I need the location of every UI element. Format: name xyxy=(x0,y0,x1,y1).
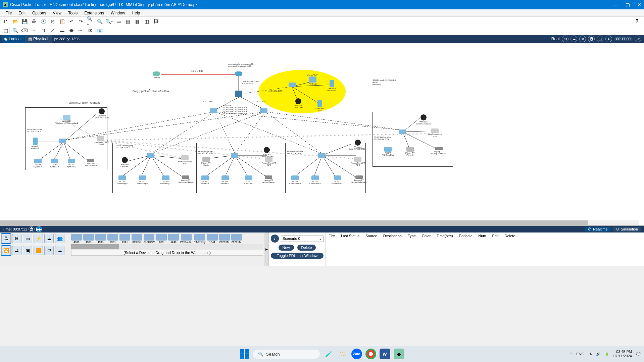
tray-clock[interactable]: 03:45 PM 07/11/2024 xyxy=(613,350,632,358)
expand-panel-button[interactable]: ▶ xyxy=(264,232,268,266)
open-file-icon[interactable]: 📂 xyxy=(11,18,19,25)
menu-window[interactable]: Window xyxy=(107,10,129,16)
freeform-tool-icon[interactable]: 〰 xyxy=(77,27,85,34)
env-icon[interactable]: 🌡 xyxy=(605,36,612,42)
device-pc-gd[interactable]: PC-PT PC-GiamDoc xyxy=(382,147,394,156)
device-pc-kd-b[interactable]: PC-PT Kinhdoanh-B xyxy=(309,175,321,185)
device-cam-mkt[interactable]: Webcam CAM-MKT xyxy=(120,157,130,167)
tray-chevron-icon[interactable]: ⌃ xyxy=(569,352,572,356)
order-front-icon[interactable]: ▥ xyxy=(143,18,150,25)
device-sw-mkt[interactable] xyxy=(147,153,154,158)
logical-tab[interactable]: ◉ Logical xyxy=(1,35,25,43)
resize-tool-icon[interactable]: ↔ xyxy=(30,27,38,34)
device-pc-kd-c[interactable]: PC-PT Kinhdoanh-C xyxy=(332,175,343,185)
toggle-pdu-list-button[interactable]: Toggle PDU List Window xyxy=(271,253,324,259)
move-icon[interactable]: ✥ xyxy=(579,36,586,42)
model-1941[interactable]: 1941 xyxy=(95,234,106,244)
menu-help[interactable]: Help xyxy=(129,10,144,16)
redo-icon[interactable]: ↷ xyxy=(77,18,85,25)
undo-icon[interactable]: ↶ xyxy=(68,18,75,25)
taskbar-explorer-icon[interactable]: 🗂 xyxy=(337,349,348,359)
device-cam-dmz[interactable]: Webcam CAM-DMZ xyxy=(294,98,303,109)
model-2901[interactable]: 2901 xyxy=(107,234,118,244)
menu-options[interactable]: Options xyxy=(29,10,49,16)
device-sw-ketoan[interactable] xyxy=(231,153,238,158)
subcat-switches[interactable]: ⇄ xyxy=(12,246,21,255)
tray-battery-icon[interactable]: 🔋 xyxy=(605,352,609,356)
ellipse-tool-icon[interactable]: ⬬ xyxy=(68,27,75,34)
save-icon[interactable]: 💾 xyxy=(21,18,28,25)
device-pc-kt-c[interactable]: PC-PT Ketoan-C xyxy=(244,175,253,185)
drawing-palette-icon[interactable]: ▭ xyxy=(115,18,122,25)
menu-edit[interactable]: Edit xyxy=(15,10,29,16)
device-internet[interactable]: Internet xyxy=(153,71,160,79)
cat-end-devices[interactable]: 🖥 xyxy=(12,234,21,243)
model-819iox[interactable]: 819IOX xyxy=(132,234,142,244)
taskbar-search[interactable]: 🔍 Search xyxy=(253,350,320,359)
subcat-security[interactable]: 🛡 xyxy=(44,246,54,255)
cat-network-devices[interactable]: 🖧 xyxy=(1,234,11,243)
order-back-icon[interactable]: ▦ xyxy=(134,18,141,25)
col-fire[interactable]: Fire xyxy=(329,234,335,238)
device-cam-kd[interactable]: Webcam CAM-KINHDOANH xyxy=(349,140,366,150)
model-1841[interactable]: 1841 xyxy=(207,234,218,244)
device-pc-kythuat-a[interactable]: PC-PT Kythuat-A xyxy=(34,159,42,168)
subcat-hubs[interactable]: ▣ xyxy=(23,246,32,255)
line-tool-icon[interactable]: ／ xyxy=(49,27,56,34)
device-server-aaa[interactable]: ServerPT AAA/IOT xyxy=(31,138,39,149)
zoom-reset-icon[interactable]: 🔍 xyxy=(96,18,103,25)
device-pc-kythuat-b[interactable]: PC-PT Kythuat-B xyxy=(50,159,59,168)
device-pc-mkt-c[interactable]: PC-PT Marketing-C xyxy=(160,175,171,185)
model-2620xm[interactable]: 2620XM xyxy=(219,234,230,244)
menu-tools[interactable]: Tools xyxy=(65,10,81,16)
tray-network-icon[interactable]: 🖧 xyxy=(588,352,592,356)
model-4321[interactable]: 4321 xyxy=(83,234,94,244)
models-scrollbar[interactable] xyxy=(71,244,263,249)
model-4331[interactable]: 4331 xyxy=(71,234,82,244)
device-laptop-kt[interactable]: Laptop-PT Laptop-Ketoan xyxy=(262,175,275,183)
taskbar-zalo-icon[interactable]: Zalo xyxy=(351,349,362,359)
cat-components[interactable]: ▭ xyxy=(23,234,32,243)
bg-icon[interactable]: 🖼 xyxy=(588,36,595,42)
device-cam-kythuat[interactable]: Webcam CAM-KYTHUAT xyxy=(95,108,109,119)
activity-wizard-icon[interactable]: 🕘 xyxy=(40,18,47,25)
zoom-out-icon[interactable]: 🔍- xyxy=(105,18,113,25)
fast-forward-button[interactable]: ▶▶ xyxy=(36,226,42,232)
maximize-button[interactable]: ▢ xyxy=(626,2,630,7)
device-wlc[interactable]: WLC3504 Wireless LAN Controller1 xyxy=(55,115,78,124)
copy-icon[interactable]: ⎘ xyxy=(49,18,56,25)
new-file-icon[interactable]: 🗋 xyxy=(2,18,9,25)
delete-tool-icon[interactable]: ⌫ xyxy=(21,27,28,34)
device-core-sw1[interactable] xyxy=(210,108,217,113)
model-829[interactable]: 829 xyxy=(156,234,167,244)
note-tool-icon[interactable]: 🗒 xyxy=(40,27,47,34)
scenario-delete-button[interactable]: Delete xyxy=(297,245,316,251)
device-laptop-gd[interactable]: Laptop-PT Laptop-GiamDoc xyxy=(431,147,446,155)
device-laptop-mkt[interactable]: Laptop-PT Laptop-Marketing xyxy=(178,175,194,183)
workspace-h-scrollbar[interactable] xyxy=(0,220,639,225)
device-cam-ketoan[interactable]: Webcam CAM-KETOAN xyxy=(260,147,274,157)
tray-notifications-icon[interactable]: 💬 xyxy=(636,352,641,356)
cat-misc[interactable]: ☁ xyxy=(44,234,54,243)
view-icon[interactable]: 🖼 xyxy=(152,18,160,25)
paste-icon[interactable]: 📋 xyxy=(58,18,66,25)
play-toggle-button[interactable]: ⏻ xyxy=(29,226,35,232)
physical-tab[interactable]: ▤ Physical xyxy=(25,35,52,43)
zoom-in-icon[interactable]: 🔍+ xyxy=(87,18,94,25)
cat-connections[interactable]: ⚡ xyxy=(34,234,43,243)
col-type[interactable]: Type xyxy=(408,234,416,238)
col-edit[interactable]: Edit xyxy=(492,234,499,238)
col-destination[interactable]: Destination xyxy=(383,234,402,238)
tray-language[interactable]: ENG xyxy=(576,352,584,356)
col-num[interactable]: Num xyxy=(478,234,486,238)
realtime-tab[interactable]: ⏱Realtime xyxy=(585,227,611,231)
help-icon[interactable]: ? xyxy=(635,18,642,24)
subcat-routers[interactable]: 🔀 xyxy=(1,246,11,255)
root-label[interactable]: Root xyxy=(551,37,560,41)
model-1240[interactable]: 1240 xyxy=(168,234,179,244)
model-819hgw[interactable]: 819HGW xyxy=(144,234,155,244)
device-pc-dmz[interactable]: PC-DMZ xyxy=(309,76,316,85)
info-icon[interactable]: i xyxy=(271,235,279,243)
inspect-tool-icon[interactable]: 🔍 xyxy=(11,27,19,34)
model-2621xm[interactable]: 2621XM xyxy=(231,234,242,244)
